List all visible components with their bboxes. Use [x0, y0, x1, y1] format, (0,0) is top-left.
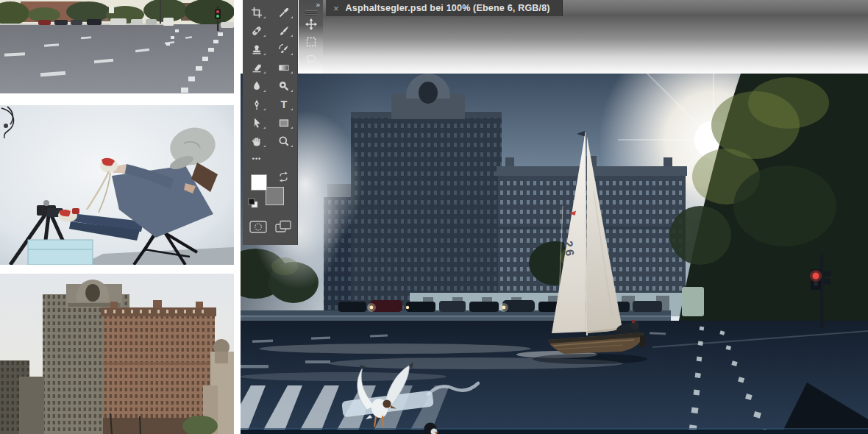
van — [682, 287, 704, 316]
tool-spot-healing-brush-button[interactable] — [243, 21, 270, 40]
panel-grip-handle[interactable] — [305, 10, 317, 15]
document-tab-title: Asphaltsegler.psd bei 100% (Ebene 6, RGB… — [346, 3, 550, 13]
collapse-panel-chevrons[interactable]: » — [316, 0, 323, 9]
dodge-icon — [278, 80, 290, 92]
tool-eraser-button[interactable] — [243, 58, 270, 77]
workspace-fade-background — [323, 16, 868, 74]
brush-icon — [278, 25, 290, 37]
spot-healing-brush-icon — [251, 25, 263, 37]
background-color-swatch[interactable] — [266, 187, 284, 205]
crop-icon — [251, 7, 263, 18]
sail-number: 26 — [562, 240, 577, 259]
foreground-color-swatch[interactable] — [251, 174, 267, 191]
asphalt-road — [0, 24, 234, 93]
default-colors-icon[interactable] — [248, 198, 258, 208]
tool-type-button[interactable]: T — [270, 95, 297, 113]
tool-gradient-button[interactable] — [270, 58, 297, 77]
tool-rectangle-shape-button[interactable] — [270, 113, 297, 132]
history-brush-icon — [278, 43, 290, 55]
document-tab[interactable]: × Asphaltsegler.psd bei 100% (Ebene 6, R… — [326, 0, 563, 16]
close-tab-icon[interactable]: × — [333, 4, 339, 13]
making-of-pose-photo — [0, 105, 234, 265]
tool-grid-spacer — [270, 150, 297, 168]
rudder — [640, 335, 645, 347]
quick-mask-mode-button[interactable] — [249, 220, 268, 234]
empty-street-photo — [0, 0, 234, 93]
building-photo — [0, 274, 234, 434]
tool-history-brush-button[interactable] — [270, 40, 297, 58]
zoom-magnifier-icon — [278, 135, 290, 147]
tool-dodge-button[interactable] — [270, 77, 297, 95]
svg-text:T: T — [280, 99, 287, 110]
tool-crop-button[interactable] — [243, 3, 270, 21]
tool-grid: T — [243, 3, 297, 168]
color-swatches — [243, 170, 297, 214]
tool-hand-button[interactable] — [243, 132, 270, 150]
tool-rectangular-marquee-button[interactable] — [302, 33, 321, 51]
rectangular-marquee-icon — [305, 36, 317, 48]
edit-toolbar-button[interactable]: ••• — [243, 150, 270, 168]
more-tools-ellipsis-icon: ••• — [250, 154, 263, 166]
move-icon — [305, 18, 317, 30]
secondary-toolbar: » — [299, 0, 323, 74]
pen-icon — [251, 99, 263, 110]
type-tool-icon: T — [278, 99, 290, 110]
document-canvas[interactable]: 26 — [241, 74, 868, 434]
toolbar-bottom-controls — [243, 214, 297, 234]
tool-lasso-button[interactable] — [302, 51, 321, 68]
blur-drop-icon — [251, 80, 263, 92]
blue-case — [28, 240, 93, 265]
svg-text:•••: ••• — [252, 155, 260, 163]
path-selection-arrow-icon — [251, 117, 263, 129]
clone-stamp-icon — [251, 43, 263, 55]
tool-eyedropper-button[interactable] — [270, 3, 297, 21]
workspace-top-area: × Asphaltsegler.psd bei 100% (Ebene 6, R… — [241, 0, 868, 74]
eyedropper-icon — [278, 7, 290, 18]
tool-brush-button[interactable] — [270, 21, 297, 40]
asphaltsegler-composite-image: 26 — [241, 74, 868, 434]
tool-path-selection-button[interactable] — [243, 113, 270, 132]
tool-zoom-button[interactable] — [270, 132, 297, 150]
eraser-icon — [251, 62, 263, 74]
tool-clone-stamp-button[interactable] — [243, 40, 270, 58]
rectangle-shape-icon — [278, 117, 290, 129]
tool-blur-button[interactable] — [243, 77, 270, 95]
hand-icon — [251, 135, 263, 147]
tools-panel: T — [243, 0, 298, 245]
gradient-icon — [278, 62, 290, 74]
document-tab-strip: × Asphaltsegler.psd bei 100% (Ebene 6, R… — [323, 0, 868, 16]
tool-move-button[interactable] — [302, 15, 321, 33]
screen-mode-button[interactable] — [275, 220, 292, 234]
seagull-head — [383, 399, 391, 408]
photoshop-composite-screenshot: { "window": { "tab": { "close_icon": "×"… — [0, 0, 868, 434]
swap-colors-icon[interactable] — [278, 171, 289, 182]
lasso-icon — [305, 54, 317, 65]
tool-pen-button[interactable] — [243, 95, 270, 113]
